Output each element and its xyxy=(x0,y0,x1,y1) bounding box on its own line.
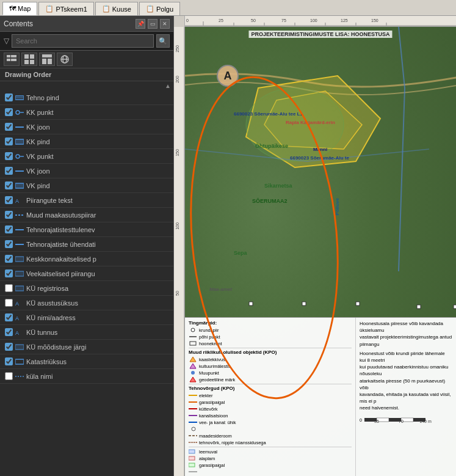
tab-map[interactable]: 🗺 Map xyxy=(2,2,37,15)
layer-checkbox-kk-punkt[interactable] xyxy=(5,108,13,116)
tile-view-button[interactable] xyxy=(21,53,37,66)
layer-name-kk-punkt: KK punkt xyxy=(26,109,170,116)
map-legend: Tingmärgid: krundi piir põhi punkt xyxy=(185,317,456,476)
svg-text:A: A xyxy=(15,198,19,203)
svg-text:25: 25 xyxy=(219,18,223,23)
layout-view-button[interactable] xyxy=(39,53,55,66)
svg-point-69 xyxy=(191,328,195,332)
layer-item[interactable]: Tehnorajatiste ühendati xyxy=(0,237,173,252)
search-input[interactable] xyxy=(12,34,154,48)
layer-item[interactable]: Tehno pind xyxy=(0,90,173,105)
svg-text:A: A xyxy=(15,315,19,321)
layer-checkbox-keskkonna[interactable] xyxy=(5,255,13,263)
legend-sym-16 xyxy=(189,449,197,455)
legend-title-kpo2: Tehnovõrgud (KPO) xyxy=(189,386,352,391)
layer-checkbox-tehnoraj-uhendati[interactable] xyxy=(5,240,13,248)
side-ruler-svg: 250 200 150 100 50 xyxy=(174,27,185,476)
layer-name-kk-joon: KK joon xyxy=(26,123,170,131)
svg-rect-7 xyxy=(30,60,34,64)
svg-rect-9 xyxy=(42,59,46,64)
layer-checkbox-veekaitseline[interactable] xyxy=(5,269,13,277)
svg-text:250: 250 xyxy=(175,45,179,53)
svg-rect-35 xyxy=(15,359,24,364)
layer-item[interactable]: A KÜ asustusüksus xyxy=(0,296,173,310)
svg-rect-4 xyxy=(24,54,29,59)
svg-rect-68 xyxy=(454,305,456,309)
layer-checkbox-ku-moodistuse[interactable] xyxy=(5,343,13,351)
layer-checkbox-kula-nimi[interactable] xyxy=(5,372,13,380)
layer-checkbox-vk-pind[interactable] xyxy=(5,181,13,189)
legend-sym-1 xyxy=(189,327,197,333)
layer-item[interactable]: A KÜ tunnus xyxy=(0,325,173,340)
layer-checkbox-katastriuksus[interactable] xyxy=(5,357,13,365)
scale-bar-row: 0 35 70 140 m xyxy=(360,416,452,423)
layer-item[interactable]: Tehnorajatistesttulenev xyxy=(0,222,173,237)
layer-checkbox-ku-nimi[interactable] xyxy=(5,313,13,321)
layer-item[interactable]: Keskkonnakaitselised p xyxy=(0,252,173,266)
layers-list[interactable]: Tehno pind KK punkt KK joon xyxy=(0,90,173,476)
legend-text-17: alaplam xyxy=(199,456,215,461)
layer-checkbox-kk-joon[interactable] xyxy=(5,123,13,131)
layer-checkbox-muud-maakasutus[interactable] xyxy=(5,211,13,219)
legend-item: garasiipaigal xyxy=(189,399,352,405)
tab-ptskeem1[interactable]: 📋 PTskeem1 xyxy=(38,2,93,15)
layer-icon-kk-punkt xyxy=(15,108,24,117)
svg-rect-19 xyxy=(15,139,24,144)
layer-checkbox-ku-registriosa[interactable] xyxy=(5,284,13,292)
legend-sym-11 xyxy=(189,412,197,419)
layer-item[interactable]: KÜ registriosa xyxy=(0,281,173,296)
list-view-button[interactable] xyxy=(4,53,20,66)
layer-item[interactable]: Muud maakasutuspiirar xyxy=(0,208,173,222)
svg-text:140 m: 140 m xyxy=(419,419,432,423)
layer-item[interactable]: KÜ mõõdistuse järgi xyxy=(0,340,173,354)
layer-checkbox-ku-asustus[interactable] xyxy=(5,299,13,307)
close-panel-button[interactable]: ✕ xyxy=(160,19,170,29)
legend-sym-14 xyxy=(189,433,197,439)
search-button[interactable]: 🔍 xyxy=(156,34,170,48)
layer-checkbox-vk-punkt[interactable] xyxy=(5,152,13,160)
layer-checkbox-ku-tunnus[interactable] xyxy=(5,328,13,336)
legend-text-15: tehnovõrk, nipple nüanssidusega xyxy=(199,440,266,445)
pin-button[interactable]: 📌 xyxy=(136,19,145,29)
layer-checkbox-vk-joon[interactable] xyxy=(5,167,13,175)
layer-item[interactable]: A KÜ nimi/aadress xyxy=(0,310,173,325)
map-viewport[interactable]: 250 200 150 100 50 xyxy=(174,27,456,476)
svg-rect-34 xyxy=(15,345,24,350)
tab-polgu[interactable]: 📋 Polgu xyxy=(139,2,180,15)
svg-point-16 xyxy=(16,111,20,114)
layer-icon-kk-pind xyxy=(15,137,24,146)
layer-item[interactable]: Veekaitselised piirangu xyxy=(0,266,173,281)
tab-kuuse[interactable]: 📋 Kuuse xyxy=(95,2,138,15)
layer-name-muud-maakasutus: Muud maakasutuspiirar xyxy=(26,211,170,219)
layer-name-tehnoraj-tulenev: Tehnorajatistesttulenev xyxy=(26,226,170,233)
layer-checkbox-piirangute-tekst[interactable] xyxy=(5,196,13,204)
layer-name-vk-joon: VK joon xyxy=(26,167,170,175)
layer-item[interactable]: VK joon xyxy=(0,164,173,178)
layer-checkbox-tehno-pind[interactable] xyxy=(5,93,13,101)
legend-sym-13: Tehno punkt xyxy=(189,426,197,432)
legend-sym-17 xyxy=(189,455,197,461)
svg-text:125: 125 xyxy=(341,18,348,23)
layer-item[interactable]: A Piirangute tekst xyxy=(0,193,173,208)
layer-item[interactable]: VK punkt xyxy=(0,149,173,164)
layer-icon-ku-nimi: A xyxy=(15,313,24,322)
compass-rose: A xyxy=(217,65,239,87)
layer-item[interactable]: VK pind xyxy=(0,178,173,193)
search-bar: ▽ 🔍 xyxy=(0,32,173,51)
layer-item[interactable]: KK pind xyxy=(0,134,173,149)
layer-item[interactable]: KK joon xyxy=(0,120,173,134)
layer-checkbox-kk-pind[interactable] xyxy=(5,137,13,145)
svg-rect-1 xyxy=(7,59,10,61)
tab-polgu-label: Polgu xyxy=(156,5,173,13)
svg-marker-72 xyxy=(190,357,196,362)
map-content[interactable]: PROJEKTEERIMISTINGIMUSTE LISA: HOONESTUS… xyxy=(185,27,456,476)
undock-button[interactable]: ▭ xyxy=(148,19,157,29)
svg-marker-75 xyxy=(190,377,196,382)
layer-item[interactable]: KK punkt xyxy=(0,105,173,120)
layer-item[interactable]: Katastriüksus xyxy=(0,354,173,369)
layer-checkbox-tehnoraj-tulenev[interactable] xyxy=(5,225,13,233)
layer-item[interactable]: küla nimi xyxy=(0,369,173,384)
legend-item-garas: garasiipaigal xyxy=(189,462,352,468)
legend-sym-15 xyxy=(189,439,197,445)
globe-view-button[interactable] xyxy=(57,53,73,66)
